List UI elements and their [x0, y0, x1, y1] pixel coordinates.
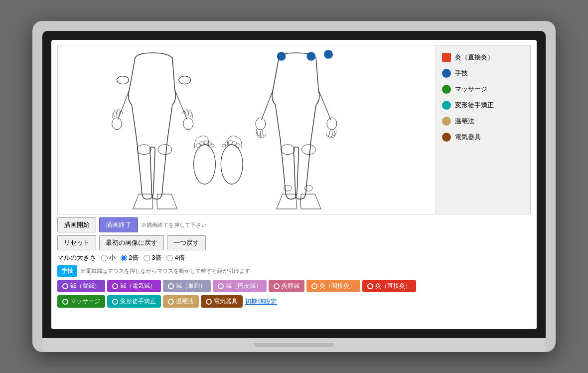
legend-color-electric — [442, 133, 451, 142]
legend-color-moxa-direct — [442, 53, 451, 62]
legend-item-correction: 変形徒手矯正 — [442, 101, 524, 110]
circle-size-label: マルの大きさ — [57, 253, 96, 262]
treat-massage-dot — [62, 299, 68, 305]
size-x2-option[interactable]: 2倍 — [121, 253, 139, 262]
treat-electric-label: 電気器具 — [214, 297, 238, 306]
treat-denki-dot — [112, 283, 118, 289]
treat-electric-button[interactable]: 電気器具 — [201, 295, 243, 308]
treat-warm-dot — [168, 299, 174, 305]
size-x4-option[interactable]: 4倍 — [166, 253, 184, 262]
treat-chokusetsu-dot — [367, 283, 373, 289]
treat-kansetsu-label: 灸（間接灸） — [319, 282, 355, 290]
size-x2-radio[interactable] — [121, 255, 127, 261]
treat-oki-button[interactable]: 鍼（置鍼） — [57, 280, 105, 292]
draw-start-button[interactable]: 描画開始 — [57, 217, 96, 232]
circle-size-row: マルの大きさ 小 2倍 3倍 4倍 — [57, 253, 531, 262]
svg-line-4 — [118, 90, 130, 120]
treat-oki-label: 鍼（置鍼） — [70, 282, 100, 290]
treat-kyutou-button[interactable]: 灸頭鍼 — [269, 280, 304, 292]
treat-chokusetsu-label: 灸（直接灸） — [375, 282, 411, 290]
svg-point-6 — [112, 118, 122, 130]
treat-kyutou-dot — [274, 283, 280, 289]
treat-correction-label: 変形徒手矯正 — [120, 297, 156, 306]
treat-massage-button[interactable]: マッサージ — [57, 295, 105, 308]
legend-item-massage: マッサージ — [442, 85, 524, 94]
svg-point-16 — [277, 52, 286, 61]
init-settings-link[interactable]: 初期値設定 — [245, 297, 277, 306]
treat-electric-dot — [206, 299, 212, 305]
legend-panel: 灸（直接灸） 手技 マッサージ 変形徒手矯正 — [436, 45, 530, 214]
treat-kansetsu-button[interactable]: 灸（間接灸） — [306, 280, 360, 292]
legend-item-manual: 手技 — [442, 69, 524, 78]
legend-label-massage: マッサージ — [455, 85, 487, 94]
undo-button[interactable]: 一つ戻す — [167, 235, 206, 250]
selected-treatment-label: 手技 — [57, 265, 77, 277]
treat-tan-button[interactable]: 鍼（単刺） — [163, 280, 211, 292]
size-x4-radio[interactable] — [166, 255, 173, 261]
svg-point-14 — [256, 118, 266, 130]
treat-enkyu-button[interactable]: 鍼（円皮鍼） — [213, 280, 267, 292]
treat-tan-dot — [168, 283, 174, 289]
svg-point-15 — [327, 118, 337, 130]
size-x4-label: 4倍 — [174, 253, 184, 262]
svg-point-7 — [183, 118, 193, 130]
treat-correction-button[interactable]: 変形徒手矯正 — [107, 295, 161, 308]
legend-item-electric: 電気器具 — [442, 133, 524, 142]
laptop-notch — [254, 343, 334, 347]
treat-oki-dot — [62, 283, 68, 289]
treat-kyutou-label: 灸頭鍼 — [282, 282, 299, 290]
treat-warm-label: 温罨法 — [176, 297, 194, 306]
size-small-option[interactable]: 小 — [101, 253, 116, 262]
size-small-label: 小 — [109, 253, 116, 262]
size-x3-label: 3倍 — [151, 253, 161, 262]
treat-denki-label: 鍼（電気鍼） — [120, 282, 156, 290]
svg-point-9 — [301, 145, 315, 155]
svg-point-3 — [158, 145, 172, 155]
diagram-area: 灸（直接灸） 手技 マッサージ 変形徒手矯正 — [57, 45, 531, 214]
svg-point-1 — [179, 76, 191, 84]
size-x2-label: 2倍 — [129, 253, 139, 262]
action-buttons-row: リセット 最初の画像に戻す 一つ戻す — [57, 235, 531, 250]
treat-tan-label: 鍼（単刺） — [176, 282, 206, 290]
size-x3-option[interactable]: 3倍 — [144, 253, 161, 262]
size-x3-radio[interactable] — [144, 255, 150, 261]
legend-color-manual — [442, 69, 451, 78]
svg-line-5 — [175, 90, 187, 120]
reset-button[interactable]: リセット — [57, 235, 96, 250]
treatment-selection-row: 手技 ※電気鍼はマウスを押しながらマウスを動かして離すと線が引けます — [57, 265, 531, 277]
treat-kansetsu-dot — [311, 283, 317, 289]
svg-point-0 — [117, 76, 129, 84]
svg-point-26 — [235, 144, 240, 148]
treat-denki-button[interactable]: 鍼（電気鍼） — [107, 280, 161, 292]
treatment-note: ※電気鍼はマウスを押しながらマウスを動かして離すと線が引けます — [80, 267, 250, 275]
svg-point-8 — [281, 145, 295, 155]
draw-controls-row: 描画開始 描画終了 ※描画終了を押して下さい — [57, 217, 531, 232]
size-small-radio[interactable] — [101, 255, 108, 261]
body-diagram-svg — [58, 45, 436, 214]
legend-label-manual: 手技 — [455, 69, 468, 78]
treat-enkyu-label: 鍼（円皮鍼） — [226, 282, 262, 290]
svg-point-24 — [211, 144, 214, 147]
legend-item-warm: 温罨法 — [442, 117, 524, 126]
first-image-button[interactable]: 最初の画像に戻す — [99, 235, 164, 250]
svg-point-18 — [324, 50, 333, 59]
svg-line-13 — [318, 90, 331, 120]
svg-point-20 — [196, 144, 201, 148]
treatment-row-2: マッサージ 変形徒手矯正 温罨法 電気器具 初期値設定 — [57, 295, 531, 308]
treat-chokusetsu-button[interactable]: 灸（直接灸） — [362, 280, 416, 292]
body-canvas[interactable] — [58, 45, 436, 214]
legend-color-correction — [442, 101, 451, 110]
legend-color-massage — [442, 85, 451, 94]
treat-massage-label: マッサージ — [70, 297, 100, 306]
draw-end-button[interactable]: 描画終了 — [99, 217, 138, 232]
svg-line-12 — [262, 90, 273, 120]
svg-point-17 — [306, 52, 315, 61]
legend-label-electric: 電気器具 — [455, 133, 481, 142]
treat-warm-button[interactable]: 温罨法 — [163, 295, 199, 308]
svg-point-25 — [221, 145, 243, 185]
treat-enkyu-dot — [218, 283, 224, 289]
legend-label-warm: 温罨法 — [455, 117, 474, 126]
svg-point-30 — [222, 144, 226, 147]
legend-item-moxa-direct: 灸（直接灸） — [442, 53, 524, 62]
svg-point-19 — [194, 145, 216, 185]
